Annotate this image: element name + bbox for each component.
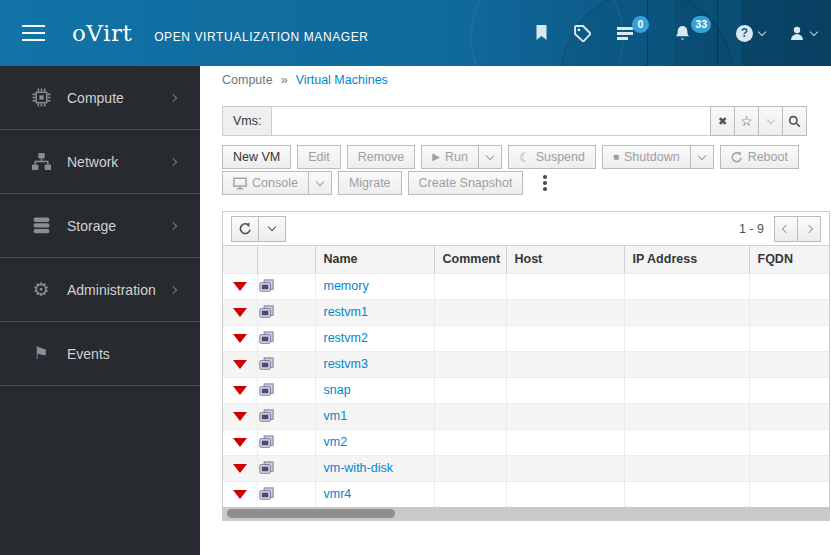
table-row[interactable]: restvm2 (223, 325, 829, 351)
storage-icon (30, 217, 52, 234)
sidebar-item-events[interactable]: ⚑ Events (0, 322, 200, 386)
reboot-button[interactable]: Reboot (720, 145, 799, 169)
pagination: 1 - 9 (739, 216, 821, 242)
shutdown-dropdown-button[interactable] (690, 145, 714, 169)
stop-icon: ■ (613, 152, 619, 162)
tasks-badge: 0 (632, 16, 649, 33)
vm-name-link[interactable]: restvm2 (324, 331, 368, 345)
table-row[interactable]: restvm3 (223, 351, 829, 377)
refresh-button[interactable] (231, 216, 259, 242)
vm-name-link[interactable]: vm-with-disk (324, 461, 393, 475)
table-row[interactable]: memory (223, 273, 829, 299)
table-row[interactable]: vm2 (223, 429, 829, 455)
vm-status-down-icon (233, 438, 247, 447)
scrollbar-thumb[interactable] (227, 509, 395, 518)
vm-name-link[interactable]: memory (324, 279, 369, 293)
console-dropdown-button[interactable] (308, 171, 332, 195)
shutdown-button[interactable]: ■Shutdown (602, 145, 691, 169)
breadcrumb-compute[interactable]: Compute (222, 73, 273, 87)
prev-page-button[interactable] (774, 216, 798, 242)
column-header-host[interactable]: Host (506, 246, 624, 273)
vm-host-cell (506, 377, 624, 403)
vm-status-down-icon (233, 464, 247, 473)
vm-comment-cell (434, 403, 506, 429)
vm-ip-cell (624, 455, 749, 481)
column-header-icon (257, 246, 315, 273)
vm-host-cell (506, 273, 624, 299)
console-button[interactable]: Console (222, 171, 309, 195)
alerts-badge: 33 (691, 16, 711, 33)
table-row[interactable]: vmr4 (223, 481, 829, 507)
run-button[interactable]: ▶Run (421, 145, 479, 169)
vm-icon (258, 382, 275, 399)
alerts-button[interactable]: 33 (648, 0, 717, 66)
vm-fqdn-cell (749, 299, 829, 325)
suspend-button[interactable]: ☾Suspend (508, 145, 596, 169)
vm-icon (258, 356, 275, 373)
table-header-row: Name Comment Host IP Address FQDN (223, 246, 829, 273)
sidebar-item-storage[interactable]: Storage (0, 194, 200, 258)
vm-ip-cell (624, 299, 749, 325)
sidebar-item-label: Administration (67, 282, 156, 298)
breadcrumb-virtual-machines[interactable]: Virtual Machines (296, 73, 388, 87)
bell-icon (674, 25, 691, 42)
table-row[interactable]: snap (223, 377, 829, 403)
sidebar-item-label: Events (67, 346, 110, 362)
table-row[interactable]: vm-with-disk (223, 455, 829, 481)
new-vm-button[interactable]: New VM (222, 145, 291, 169)
chevron-down-icon (758, 27, 766, 35)
search-input[interactable] (271, 106, 711, 136)
vm-host-cell (506, 429, 624, 455)
sidebar-item-network[interactable]: Network (0, 130, 200, 194)
vm-name-link[interactable]: vmr4 (324, 487, 352, 501)
table-row[interactable]: restvm1 (223, 299, 829, 325)
remove-button[interactable]: Remove (347, 145, 416, 169)
vm-action-toolbar: New VM Edit Remove ▶Run ☾Suspend ■Shutdo… (222, 145, 831, 195)
horizontal-scrollbar[interactable] (223, 507, 829, 520)
vm-ip-cell (624, 481, 749, 507)
search-button[interactable] (782, 106, 807, 136)
column-header-comment[interactable]: Comment (434, 246, 506, 273)
vm-name-link[interactable]: snap (324, 383, 351, 397)
tasks-button[interactable]: 0 (604, 0, 647, 66)
hamburger-menu-button[interactable] (22, 20, 46, 46)
help-icon: ? (736, 25, 753, 42)
column-header-ip-address[interactable]: IP Address (624, 246, 749, 273)
sidebar-item-administration[interactable]: ⚙ Administration (0, 258, 200, 322)
network-icon (30, 153, 52, 170)
masthead: oVirt OPEN VIRTUALIZATION MANAGER 0 (0, 0, 831, 66)
sidebar-item-compute[interactable]: Compute (0, 66, 200, 130)
vm-status-down-icon (233, 308, 247, 317)
table-row[interactable]: vm1 (223, 403, 829, 429)
clear-search-button[interactable]: ✖ (710, 106, 735, 136)
migrate-button[interactable]: Migrate (338, 171, 402, 195)
next-page-button[interactable] (797, 216, 821, 242)
vm-status-down-icon (233, 360, 247, 369)
column-header-fqdn[interactable]: FQDN (749, 246, 829, 273)
vm-name-link[interactable]: vm1 (324, 409, 348, 423)
brand: oVirt OPEN VIRTUALIZATION MANAGER (46, 20, 369, 46)
vm-ip-cell (624, 403, 749, 429)
vm-comment-cell (434, 481, 506, 507)
breadcrumb: Compute » Virtual Machines (222, 73, 831, 87)
chevron-down-icon (486, 151, 494, 159)
breadcrumb-separator: » (281, 73, 288, 87)
vm-status-down-icon (233, 490, 247, 499)
vm-status-down-icon (233, 412, 247, 421)
create-snapshot-button[interactable]: Create Snapshot (408, 171, 524, 195)
run-dropdown-button[interactable] (478, 145, 502, 169)
search-dropdown-button[interactable] (758, 106, 783, 136)
vm-name-link[interactable]: restvm3 (324, 357, 368, 371)
refresh-dropdown-button[interactable] (258, 216, 286, 242)
kebab-menu-button[interactable] (537, 171, 553, 195)
bookmark-search-button[interactable]: ☆ (734, 106, 759, 136)
column-header-name[interactable]: Name (315, 246, 434, 273)
vm-name-link[interactable]: restvm1 (324, 305, 368, 319)
tags-button[interactable] (561, 0, 604, 66)
user-menu-button[interactable] (775, 0, 831, 66)
vm-name-link[interactable]: vm2 (324, 435, 348, 449)
vm-host-cell (506, 455, 624, 481)
bookmarks-button[interactable] (522, 0, 561, 66)
help-menu-button[interactable]: ? (718, 0, 775, 66)
edit-button[interactable]: Edit (297, 145, 341, 169)
